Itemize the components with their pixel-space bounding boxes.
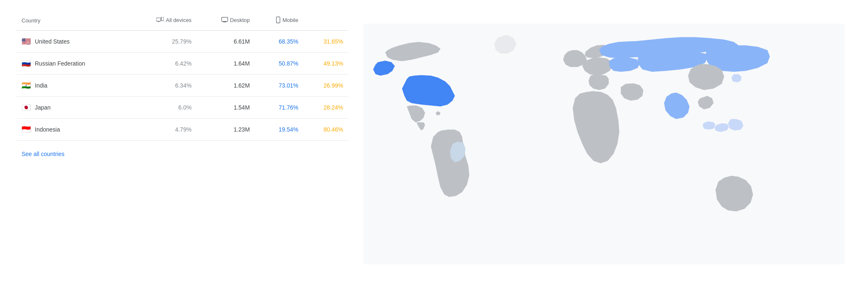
country-name-2: India: [35, 82, 47, 89]
world-map: [356, 24, 851, 264]
percentage-cell-0: 25.79%: [128, 31, 196, 53]
mobile-cell-1: 49.13%: [303, 53, 348, 75]
country-col-header: Country: [17, 12, 128, 31]
see-all-countries-link[interactable]: See all countries: [17, 151, 65, 157]
percentage-cell-2: 6.34%: [128, 75, 196, 97]
mobile-col-header: Mobile: [255, 12, 303, 31]
svg-rect-3: [221, 17, 228, 22]
svg-rect-0: [156, 18, 161, 21]
mobile-value-2: 26.99%: [324, 82, 343, 89]
desktop-value-0: 68.35%: [279, 38, 298, 45]
desktop-value-3: 71.76%: [279, 104, 298, 111]
mobile-value-4: 80.46%: [324, 126, 343, 133]
desktop-icon: [221, 17, 228, 23]
all-devices-value-0: 6.61M: [234, 38, 250, 45]
desktop-cell-1: 50.87%: [255, 53, 303, 75]
percentage-value-0: 25.79%: [172, 38, 192, 45]
country-cell-1: 🇷🇺 Russian Federation: [17, 53, 128, 75]
percentage-cell-1: 6.42%: [128, 53, 196, 75]
all-devices-col-header: All devices: [128, 12, 196, 31]
mobile-cell-4: 80.46%: [303, 119, 348, 141]
table-row: 🇯🇵 Japan 6.0% 1.54M 71.76% 28.24%: [17, 97, 348, 119]
mobile-cell-2: 26.99%: [303, 75, 348, 97]
percentage-value-3: 6.0%: [178, 104, 192, 111]
country-cell-2: 🇮🇳 India: [17, 75, 128, 97]
mobile-cell-0: 31.65%: [303, 31, 348, 53]
mobile-value-1: 49.13%: [324, 60, 343, 67]
all-devices-cell-0: 6.61M: [196, 31, 255, 53]
flag-4: 🇮🇩: [22, 126, 31, 133]
world-map-svg: [356, 24, 851, 264]
mobile-icon: [276, 17, 280, 23]
table-row: 🇮🇩 Indonesia 4.79% 1.23M 19.54% 80.46%: [17, 119, 348, 141]
main-container: Country All devices: [0, 0, 868, 288]
all-devices-cell-3: 1.54M: [196, 97, 255, 119]
svg-rect-5: [224, 21, 225, 22]
mobile-value-3: 28.24%: [324, 104, 343, 111]
flag-0: 🇺🇸: [22, 38, 31, 45]
percentage-cell-4: 4.79%: [128, 119, 196, 141]
percentage-cell-3: 6.0%: [128, 97, 196, 119]
table-header-row: Country All devices: [17, 12, 348, 31]
country-name-4: Indonesia: [35, 126, 60, 133]
svg-rect-1: [158, 21, 160, 22]
svg-rect-2: [161, 17, 164, 21]
country-cell-4: 🇮🇩 Indonesia: [17, 119, 128, 141]
table-row: 🇺🇸 United States 25.79% 6.61M 68.35% 31.…: [17, 31, 348, 53]
percentage-value-2: 6.34%: [175, 82, 192, 89]
all-devices-cell-2: 1.62M: [196, 75, 255, 97]
flag-2: 🇮🇳: [22, 82, 31, 89]
svg-point-7: [278, 22, 279, 22]
desktop-cell-2: 73.01%: [255, 75, 303, 97]
desktop-value-1: 50.87%: [279, 60, 298, 67]
flag-1: 🇷🇺: [22, 60, 31, 67]
desktop-cell-4: 19.54%: [255, 119, 303, 141]
country-cell-3: 🇯🇵 Japan: [17, 97, 128, 119]
country-table: Country All devices: [17, 12, 348, 141]
all-devices-value-4: 1.23M: [234, 126, 250, 133]
all-devices-cell-1: 1.64M: [196, 53, 255, 75]
desktop-value-4: 19.54%: [279, 126, 298, 133]
map-section: [356, 12, 851, 276]
country-name-3: Japan: [35, 104, 51, 111]
desktop-cell-0: 68.35%: [255, 31, 303, 53]
table-section: Country All devices: [17, 12, 356, 157]
mobile-value-0: 31.65%: [324, 38, 343, 45]
country-name-1: Russian Federation: [35, 60, 85, 67]
desktop-col-header: Desktop: [196, 12, 255, 31]
table-row: 🇷🇺 Russian Federation 6.42% 1.64M 50.87%…: [17, 53, 348, 75]
all-devices-value-1: 1.64M: [234, 60, 250, 67]
all-devices-value-2: 1.62M: [234, 82, 250, 89]
flag-3: 🇯🇵: [22, 104, 31, 111]
all-devices-value-3: 1.54M: [234, 104, 250, 111]
country-cell-0: 🇺🇸 United States: [17, 31, 128, 53]
mobile-cell-3: 28.24%: [303, 97, 348, 119]
desktop-cell-3: 71.76%: [255, 97, 303, 119]
country-name-0: United States: [35, 38, 70, 45]
all-devices-icon: [156, 17, 164, 23]
desktop-value-2: 73.01%: [279, 82, 298, 89]
table-row: 🇮🇳 India 6.34% 1.62M 73.01% 26.99%: [17, 75, 348, 97]
all-devices-cell-4: 1.23M: [196, 119, 255, 141]
percentage-value-4: 4.79%: [175, 126, 192, 133]
percentage-value-1: 6.42%: [175, 60, 192, 67]
